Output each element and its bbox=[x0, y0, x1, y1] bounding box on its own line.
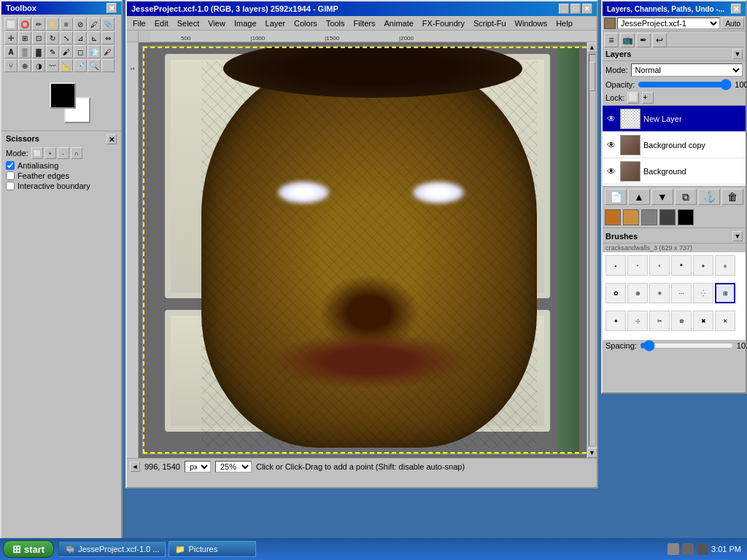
systray-icon-2[interactable] bbox=[682, 543, 694, 555]
tool-free-select[interactable]: ✏ bbox=[32, 18, 45, 31]
swatch-black[interactable] bbox=[678, 209, 694, 225]
brush-item-16[interactable]: ⊗ bbox=[671, 311, 692, 331]
canvas-scroll-area[interactable]: ◄ ► bbox=[139, 42, 587, 458]
tool-move[interactable]: ✛ bbox=[4, 31, 18, 44]
raise-layer-button[interactable]: ▲ bbox=[628, 189, 650, 205]
toolbox-close-button[interactable]: ✕ bbox=[107, 3, 117, 13]
brush-item-18[interactable]: ✕ bbox=[715, 311, 735, 331]
tool-blend[interactable]: ▓ bbox=[32, 45, 45, 58]
mode-replace-btn[interactable]: ⬜ bbox=[31, 147, 43, 159]
new-layer-button[interactable]: 📄 bbox=[605, 189, 627, 205]
lock-position-button[interactable]: + bbox=[642, 92, 654, 104]
menu-select[interactable]: Select bbox=[173, 17, 204, 30]
anchor-layer-button[interactable]: ⚓ bbox=[698, 189, 720, 205]
menu-fx-foundry[interactable]: FX-Foundry bbox=[418, 17, 469, 30]
tab-undo[interactable]: ↩ bbox=[652, 33, 667, 47]
brush-item-12-selected[interactable]: ⊞ bbox=[715, 283, 735, 303]
tool-iscissors[interactable]: 📎 bbox=[101, 18, 115, 31]
feather-edges-checkbox[interactable] bbox=[6, 171, 15, 180]
auto-button[interactable]: Auto bbox=[721, 18, 744, 29]
swatch-orange[interactable] bbox=[605, 209, 621, 225]
brush-item-8[interactable]: ⊕ bbox=[627, 283, 648, 303]
brush-item-3[interactable]: • bbox=[649, 255, 670, 276]
tool-paths[interactable]: 🖊 bbox=[88, 18, 101, 31]
tool-pencil[interactable]: ✎ bbox=[46, 45, 59, 58]
delete-layer-button[interactable]: 🗑 bbox=[721, 189, 743, 205]
vscroll-up-button[interactable]: ▲ bbox=[587, 42, 597, 52]
tool-zoom[interactable]: 🔍 bbox=[88, 59, 101, 72]
tool-select-by-color[interactable]: ≡ bbox=[60, 18, 73, 31]
taskbar-item-gimp[interactable]: 🐃 JesseProject.xcf-1.0 ... bbox=[58, 541, 166, 557]
tool-ink[interactable]: 🖋 bbox=[101, 45, 115, 58]
tool-heal[interactable]: ⊕ bbox=[18, 59, 31, 72]
brush-item-14[interactable]: ⊹ bbox=[627, 311, 648, 331]
foreground-color-swatch[interactable] bbox=[50, 82, 76, 109]
vscrollbar-thumb[interactable] bbox=[589, 62, 595, 91]
layer-eye-background-copy[interactable]: 👁 bbox=[605, 139, 617, 151]
tab-paths[interactable]: ✒ bbox=[636, 33, 651, 47]
tool-measure[interactable]: 📐 bbox=[60, 59, 73, 72]
brush-item-17[interactable]: ✖ bbox=[693, 311, 713, 331]
layers-close-button[interactable]: ✕ bbox=[731, 4, 741, 14]
lock-pixels-button[interactable]: ⬜ bbox=[627, 92, 639, 104]
brush-item-7[interactable]: ✿ bbox=[605, 283, 626, 303]
swatch-dark-gray[interactable] bbox=[659, 209, 676, 225]
gimp-minimize-button[interactable]: _ bbox=[559, 4, 569, 14]
start-button[interactable]: ⊞ start bbox=[3, 540, 54, 558]
menu-animate[interactable]: Animate bbox=[379, 17, 417, 30]
menu-layer[interactable]: Layer bbox=[261, 17, 290, 30]
taskbar-item-pictures[interactable]: 📁 Pictures bbox=[169, 541, 256, 557]
menu-tools[interactable]: Tools bbox=[322, 17, 349, 30]
layer-eye-new-layer[interactable]: 👁 bbox=[605, 113, 617, 125]
tool-options-close[interactable]: ✕ bbox=[107, 134, 117, 144]
menu-script-fu[interactable]: Script-Fu bbox=[469, 17, 511, 30]
tool-eraser[interactable]: ◻ bbox=[74, 45, 87, 58]
tool-fuzzy-select[interactable]: ⚡ bbox=[46, 18, 59, 31]
tool-airbrush[interactable]: 💨 bbox=[88, 45, 101, 58]
brush-item-1[interactable]: • bbox=[605, 255, 626, 276]
menu-file[interactable]: File bbox=[128, 17, 150, 30]
canvas-vscrollbar[interactable]: ▲ ▼ bbox=[587, 42, 597, 458]
gimp-close-button[interactable]: ✕ bbox=[582, 4, 592, 14]
tool-rect-select[interactable]: ⬜ bbox=[4, 18, 18, 31]
statusbar-scroll-left[interactable]: ◄ bbox=[130, 462, 140, 472]
vscroll-down-button[interactable]: ▼ bbox=[587, 448, 597, 458]
tool-dodge-burn[interactable]: ◑ bbox=[32, 59, 45, 72]
tool-shear[interactable]: ⊿ bbox=[74, 31, 87, 44]
brush-item-9[interactable]: ✳ bbox=[649, 283, 670, 303]
brush-item-4[interactable]: ✦ bbox=[671, 255, 692, 276]
brush-item-10[interactable]: ⋯ bbox=[671, 283, 692, 303]
tab-channels[interactable]: 📺 bbox=[620, 33, 635, 47]
systray-icon-1[interactable] bbox=[667, 543, 679, 555]
brush-item-13[interactable]: ✦ bbox=[605, 311, 626, 331]
tool-text[interactable]: A bbox=[4, 45, 18, 58]
project-dropdown[interactable]: JesseProject.xcf-1 bbox=[617, 18, 720, 29]
tool-perspective[interactable]: ⊾ bbox=[88, 31, 101, 44]
layer-eye-background[interactable]: 👁 bbox=[605, 166, 617, 177]
unit-dropdown[interactable]: px bbox=[185, 461, 211, 472]
layers-mode-dropdown[interactable]: Normal bbox=[631, 63, 743, 77]
systray-icon-3[interactable] bbox=[697, 543, 708, 555]
menu-colors[interactable]: Colors bbox=[290, 17, 322, 30]
brush-item-15[interactable]: ✂ bbox=[649, 311, 670, 331]
tool-eyedropper[interactable]: 💉 bbox=[74, 59, 87, 72]
menu-windows[interactable]: Windows bbox=[511, 17, 552, 30]
tool-crop[interactable]: ⊡ bbox=[32, 31, 45, 44]
brushes-options-button[interactable]: ▼ bbox=[732, 231, 743, 241]
vscrollbar-track[interactable] bbox=[589, 54, 596, 446]
antialiasing-checkbox[interactable] bbox=[6, 161, 15, 170]
tool-paintbrush[interactable]: 🖌 bbox=[60, 45, 73, 58]
tool-smudge[interactable]: 〰 bbox=[46, 59, 59, 72]
menu-filters[interactable]: Filters bbox=[349, 17, 380, 30]
layer-item-background-copy[interactable]: 👁 Background copy bbox=[603, 132, 746, 158]
menu-view[interactable]: View bbox=[204, 17, 230, 30]
interactive-boundary-checkbox[interactable] bbox=[6, 182, 15, 190]
duplicate-layer-button[interactable]: ⧉ bbox=[675, 189, 697, 205]
layer-item-new-layer[interactable]: 👁 New Layer bbox=[603, 106, 746, 132]
brush-item-5[interactable]: ● bbox=[693, 255, 713, 276]
tool-bucket-fill[interactable]: ▒ bbox=[18, 45, 31, 58]
tool-rotate[interactable]: ↻ bbox=[46, 31, 59, 44]
mode-subtract-btn[interactable]: - bbox=[58, 147, 69, 159]
spacing-slider[interactable] bbox=[640, 341, 734, 350]
brush-item-2[interactable]: • bbox=[627, 255, 648, 276]
